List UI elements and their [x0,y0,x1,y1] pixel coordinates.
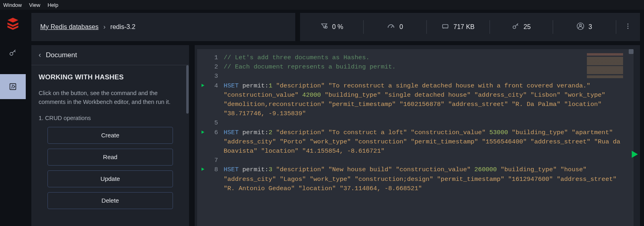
inline-run-placeholder [197,62,208,72]
line-number: 1 [208,53,218,62]
tutorial-title: WORKING WITH HASHES [39,73,182,81]
filter-icon [320,22,328,32]
editor-code-area[interactable]: // Let's add three documents as Hashes./… [223,49,634,226]
gauge-icon [387,22,395,32]
tutorial-panel: ‹ Document WORKING WITH HASHES Click on … [31,45,189,226]
code-line [224,156,630,165]
editor-play-gutter [197,49,208,226]
svg-point-2 [325,26,327,28]
inline-run-placeholder [197,72,208,81]
inline-run-placeholder [197,156,208,165]
breadcrumb-current: redis-3.2 [110,23,135,31]
menu-help[interactable]: Help [47,2,58,8]
tutorial-section-label: 1. CRUD operations [39,115,182,121]
crud-update-button[interactable]: Update [47,170,173,187]
line-number: 2 [208,62,218,72]
svg-point-8 [628,26,628,27]
line-number: 8 [208,165,218,193]
memory-icon [441,22,449,32]
line-number: 5 [208,118,218,128]
stat-clients: 3 [553,13,616,41]
code-line [224,72,630,81]
breadcrumb: My Redis databases › redis-3.2 [31,13,295,41]
main: My Redis databases › redis-3.2 0 % 0 [26,10,644,226]
code-line [224,118,630,128]
inline-run-button[interactable] [197,165,208,193]
stat-clients-value: 3 [588,23,592,31]
stat-ops: 0 [363,13,426,41]
key-icon [512,22,520,32]
svg-rect-3 [443,25,448,28]
content: ‹ Document WORKING WITH HASHES Click on … [31,45,640,226]
stat-memory: 717 KB [426,13,490,41]
user-icon [576,22,584,32]
nav-keys[interactable] [0,40,26,65]
left-rail [0,10,26,226]
crud-delete-button[interactable]: Delete [47,192,173,209]
stat-cpu: 0 % [300,13,363,41]
tutorial-back-label: Document [46,51,77,59]
crud-create-button[interactable]: Create [47,127,173,144]
svg-point-9 [628,28,628,29]
line-number: 7 [208,156,218,165]
stat-cpu-value: 0 % [332,23,344,31]
stat-ops-value: 0 [399,23,403,31]
menubar: Window View Help [0,0,644,10]
code-line: // Let's add three documents as Hashes. [224,53,630,62]
menu-view[interactable]: View [29,2,40,8]
menu-window[interactable]: Window [3,2,22,8]
nav-workbench[interactable] [0,74,26,99]
svg-point-0 [10,52,13,55]
inline-run-placeholder [197,53,208,62]
run-button[interactable] [629,149,639,161]
crud-read-button[interactable]: Read [47,149,173,166]
svg-point-5 [580,24,582,26]
chevron-right-icon: › [103,23,105,31]
inline-run-button[interactable] [197,81,208,119]
scrollbar-thumb[interactable] [186,65,189,114]
header-more-button[interactable] [616,13,640,41]
code-line: HSET permit:2 "description" "To construc… [224,128,630,156]
stat-keys: 25 [490,13,553,41]
code-line: // Each document represents a building p… [224,62,630,72]
svg-point-4 [513,26,516,29]
scrollbar-thumb[interactable] [629,49,634,54]
line-number: 6 [208,128,218,156]
code-editor[interactable]: 12345678 // Let's add three documents as… [197,49,634,226]
header: My Redis databases › redis-3.2 0 % 0 [31,13,640,41]
editor-panel: 12345678 // Let's add three documents as… [195,45,640,226]
line-number: 4 [208,81,218,119]
code-line: HSET permit:1 "description" "To reconstr… [224,81,630,119]
line-number: 3 [208,72,218,81]
tutorial-back-button[interactable]: ‹ Document [31,45,189,65]
stats-bar: 0 % 0 717 KB [300,13,640,41]
chevron-left-icon: ‹ [39,51,41,59]
stat-memory-value: 717 KB [453,23,474,31]
stat-keys-value: 25 [524,23,531,31]
redis-logo-icon[interactable] [6,15,20,31]
code-line: HSET permit:3 "description" "New house b… [224,165,630,193]
inline-run-button[interactable] [197,128,208,156]
tutorial-body: Click on the button, see the command and… [39,89,182,107]
svg-point-7 [628,24,628,25]
app-root: My Redis databases › redis-3.2 0 % 0 [0,10,644,226]
editor-line-gutter: 12345678 [208,49,223,226]
breadcrumb-root-link[interactable]: My Redis databases [40,23,99,31]
kebab-icon [624,23,632,31]
inline-run-placeholder [197,118,208,128]
